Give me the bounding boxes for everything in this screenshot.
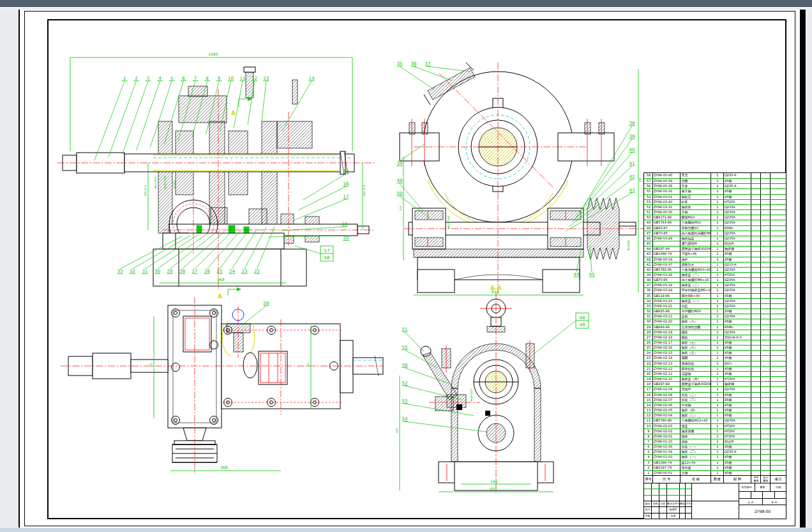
dim-base-inner: 140 [490,479,498,483]
svg-text:4: 4 [158,76,162,81]
section-label-a: A [218,293,222,300]
table-row: 9ZY98-02-02轴承座圈1HT200 [644,429,786,434]
svg-text:29: 29 [167,269,173,274]
table-row: 30ZY98-02-20轴套（八）145钢 [644,319,786,324]
table-row: 25ZY98-02-16轴套（六）145钢 [644,345,786,350]
table-row: 57ZY98-00-39挡圈145钢 [644,178,786,183]
svg-text:36: 36 [411,61,417,66]
svg-text:40: 40 [629,148,635,153]
col-weight-total: 总计重量 [761,476,771,483]
parts-table-body: 58ZY98-00-40罩壳1Q235-A57ZY98-00-39挡圈145钢5… [644,173,786,475]
label-design: 设计 [644,507,652,512]
svg-text:5: 5 [170,76,173,81]
svg-text:53: 53 [402,399,408,404]
label-standard: 标准化 [667,507,680,512]
window-top-bar [0,0,812,8]
table-row: 10ZY98-02-03箱盖1HT200 [644,423,786,429]
table-row: 43GB1096-79平键8×36145钢 [644,251,786,256]
table-row: 49GB5783-86六角螺栓M101Q235A [644,220,786,225]
dim-pulley-dia: Φ240h8 [627,240,630,250]
table-row: 12ZY98-02-04轴套（三）145钢 [644,413,786,418]
dim-housing-bottom: 368 [220,465,228,469]
svg-text:49: 49 [397,178,403,183]
dim-fit-3: Φ35k6 [173,179,176,188]
table-row: 19ZY98-02-10轴承盖（四）1HT200 [644,376,786,381]
label-sheets-total: 共 张 [739,499,763,505]
table-row: 36ZY98-03-24带密封轴承盖M6×161Q235A [644,287,786,293]
title-block-right: 阶段标记 重量 比例 共 张 第 张 ZY98-00 [739,483,786,519]
dim-fit-1: Φ62H8/k7 [154,176,157,188]
svg-text:32: 32 [130,269,135,274]
svg-text:16: 16 [343,181,349,186]
table-row: 16ZY98-02-08齿轮（三）145钢 [644,392,786,397]
col-remark: 备注 [771,476,786,483]
col-name: 名 称 [680,476,711,483]
table-row: 3GB1096-79键12×56145钢 [644,460,786,465]
svg-text:9: 9 [218,76,220,81]
table-row: 51ZY98-00-30手柄1Q235A [644,209,786,215]
col-weight-single: 单件重量 [751,476,761,483]
table-row: 44GB297-84圆锥滚子轴承302061轴承钢 [644,246,786,251]
section-label-a: A [231,110,236,116]
svg-text:33: 33 [117,269,123,274]
view-left-end: 455 610 429 Φ62H7/k6 Φ240h8 353637 34 49… [395,57,647,300]
title-block: 标记 处数 分区 更改文件号 签名 年月日 设计 标准化 审核 批准 [643,483,786,519]
svg-text:3: 3 [147,76,149,81]
table-row: 20ZY98-02-11花键轴145钢 [644,371,786,376]
dim-bearing-fit: Φ62H7/k6 [447,216,450,229]
svg-text:43: 43 [629,188,635,193]
svg-text:24: 24 [229,269,235,274]
label-zone: 分区 [659,501,667,506]
status-strip [0,528,812,532]
section-title: A-A [490,285,502,291]
drawing-code: ZY98-00 [739,505,786,519]
svg-text:28: 28 [179,269,185,274]
boxed-balloon-bottom: 49 [580,323,585,328]
table-row: 4ZY98-01-03轴套（一）145钢 [644,454,786,459]
dim-height: 455 [638,177,642,182]
table-row: 52ZY98-03-31轴承座1Q235A [644,204,786,209]
table-row: 38GB70-85内六角螺钉M6×161Q235A [644,277,786,282]
svg-text:58: 58 [264,301,269,306]
svg-text:13: 13 [264,76,269,81]
svg-text:23: 23 [242,269,248,274]
table-row: 31ZY98-03-11盖板1Q235A [644,314,786,319]
label-count: 处数 [652,501,659,506]
svg-text:17: 17 [343,194,349,199]
col-material: 材 料 [724,476,752,483]
svg-text:55: 55 [402,345,408,350]
svg-text:35: 35 [397,61,403,66]
boxed-balloon-bottom: 58 [324,255,330,261]
svg-text:20: 20 [343,236,349,241]
svg-text:7: 7 [194,76,197,81]
col-no: 序号 [644,476,653,483]
svg-text:1: 1 [123,76,126,81]
dim-left-height: 305 [395,428,398,433]
table-row: 6ZY98-01-06齿轮（一）145钢 [644,444,786,449]
svg-text:51: 51 [402,327,408,332]
title-block-revision-grid: 标记 处数 分区 更改文件号 签名 年月日 设计 标准化 审核 批准 [644,483,692,519]
boxed-balloon-top: 57 [324,248,330,254]
table-row: 53ZY98-03-40衬套1HT200 [644,199,786,204]
svg-text:42: 42 [629,174,635,179]
table-row: 45通气塞组件1组合件 [644,241,786,246]
label-audit: 审核 [644,513,652,519]
table-row: 41ZY98-03-37调整垫片1Q215-A [644,262,786,267]
svg-text:10: 10 [228,76,234,81]
svg-text:50: 50 [397,191,403,196]
dim-bore-fit: Φ30H8/f7 [470,388,473,401]
label-stage-mark: 阶段标记 [739,483,755,491]
table-row: 14ZY98-02-06中间轴145钢 [644,402,786,407]
view-top-plan: A [61,284,383,495]
dim-housing-right: 302 [306,362,310,367]
cad-viewer-window: 1060 368 302±0.5 300±0.5 Φ62H8/k7 Φ40H7/… [0,0,812,532]
parts-table-header: 序号 代 号 名 称 数量 材 料 单件重量 总计重量 备注 [644,475,786,483]
dim-axes-distance-2: 300±0.5 [144,185,147,196]
table-row: 50GB6171-86螺母M101Q235A [644,215,786,220]
view-section-aa: A-A [391,280,608,497]
sheet-right-edge [800,10,806,528]
table-row: 29GB893-86孔用弹性挡圈165Mn [644,324,786,330]
table-row: 47GB70-85内六角圆柱头螺钉M81Q235A [644,231,786,236]
table-row: 21ZY98-02-12双联齿轮145钢 [644,366,786,371]
table-row: 56ZY98-00-38垫条1Q235-A [644,183,786,188]
